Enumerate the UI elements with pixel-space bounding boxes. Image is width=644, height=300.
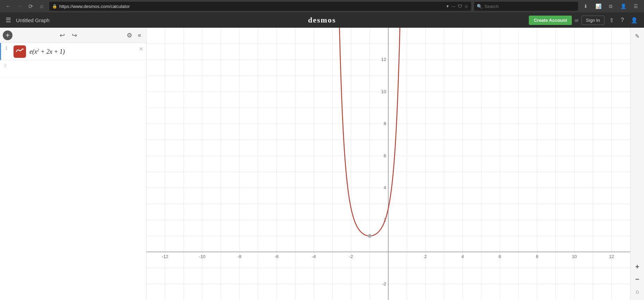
settings-button[interactable]: ⚙ — [125, 30, 134, 41]
more-icon: ··· — [451, 3, 456, 9]
undo-button[interactable]: ↩ — [58, 30, 67, 41]
app-bar-right: Create Account or Sign In ⇧ ? 👤 — [529, 16, 640, 25]
app-title: Untitled Graph — [16, 17, 50, 23]
address-bar[interactable]: 🔒 https://www.desmos.com/calculator ▼ ··… — [49, 2, 471, 11]
zoom-in-button[interactable]: + — [632, 261, 643, 272]
expression-formula-empty[interactable] — [10, 66, 146, 72]
right-toolbar: ✎ + − ⌂ — [630, 28, 644, 300]
left-panel: + ↩ ↪ ⚙ « 1 e(x — [0, 28, 146, 300]
graph-area[interactable] — [146, 28, 630, 300]
left-toolbar-right: ⚙ « — [125, 30, 143, 41]
edit-graph-button[interactable]: ✎ — [632, 30, 643, 42]
hamburger-button[interactable]: ☰ — [4, 15, 12, 25]
browser-chrome: ← → ⟳ ⌂ 🔒 https://www.desmos.com/calcula… — [0, 0, 644, 12]
browser-nav-buttons: ← → ⟳ ⌂ — [3, 1, 46, 11]
split-view-icon[interactable]: ⧉ — [606, 1, 616, 11]
graph-canvas — [146, 28, 630, 300]
share-icon[interactable]: ⇧ — [607, 16, 616, 25]
dropdown-icon: ▼ — [446, 4, 449, 8]
toolbar-center: ↩ ↪ — [58, 30, 79, 41]
browser-actions: 🔍 ⬇ 📊 ⧉ 👤 ☰ — [474, 1, 641, 11]
expression-number-2: 2 — [0, 60, 10, 69]
user-icon[interactable]: 👤 — [629, 16, 640, 25]
expression-item[interactable]: 1 e(x2 + 2x + 1) ✕ — [0, 43, 146, 60]
menu-icon[interactable]: ☰ — [631, 1, 641, 11]
close-expression-button[interactable]: ✕ — [139, 46, 143, 52]
url-text: https://www.desmos.com/calculator — [59, 4, 443, 9]
lock-icon: 🔒 — [52, 4, 57, 9]
download-icon[interactable]: ⬇ — [581, 1, 591, 11]
home-button[interactable]: ⌂ — [37, 1, 46, 11]
desmos-app-bar: ☰ Untitled Graph desmos Create Account o… — [0, 12, 644, 28]
create-account-button[interactable]: Create Account — [529, 16, 572, 25]
forward-button[interactable]: → — [15, 1, 24, 11]
main-content: + ↩ ↪ ⚙ « 1 e(x — [0, 28, 644, 300]
desmos-logo: desmos — [308, 16, 336, 25]
expression-list: 1 e(x2 + 2x + 1) ✕ 2 — [0, 43, 146, 300]
browser-search-bar[interactable]: 🔍 — [474, 2, 578, 11]
search-icon: 🔍 — [477, 4, 482, 9]
bookmarks-icon[interactable]: 📊 — [593, 1, 603, 11]
collapse-button[interactable]: « — [136, 30, 143, 40]
star-icon[interactable]: ☆ — [464, 4, 468, 9]
back-button[interactable]: ← — [3, 1, 13, 11]
browser-toolbar: ← → ⟳ ⌂ 🔒 https://www.desmos.com/calcula… — [0, 0, 644, 12]
expression-formula[interactable]: e(x2 + 2x + 1) — [28, 45, 146, 58]
wave-icon — [16, 47, 24, 56]
expression-item-empty[interactable]: 2 — [0, 60, 146, 78]
expression-color-icon — [14, 45, 26, 58]
reload-button[interactable]: ⟳ — [26, 1, 35, 11]
or-text: or — [575, 18, 579, 23]
left-toolbar-left: + — [3, 30, 12, 40]
app-bar-left: ☰ Untitled Graph — [4, 15, 50, 25]
formula-text: e(x2 + 2x + 1) — [29, 48, 65, 55]
redo-button[interactable]: ↪ — [70, 30, 79, 41]
shield-icon: 🛡 — [458, 4, 462, 9]
add-expression-button[interactable]: + — [3, 30, 12, 40]
zoom-out-button[interactable]: − — [632, 274, 643, 285]
sign-in-button[interactable]: Sign In — [582, 16, 604, 25]
expression-number: 1 — [1, 43, 11, 52]
profile-icon[interactable]: 👤 — [618, 1, 628, 11]
help-icon[interactable]: ? — [619, 16, 626, 25]
home-view-button[interactable]: ⌂ — [632, 286, 643, 297]
search-input[interactable] — [484, 4, 575, 9]
left-toolbar: + ↩ ↪ ⚙ « — [0, 28, 146, 43]
